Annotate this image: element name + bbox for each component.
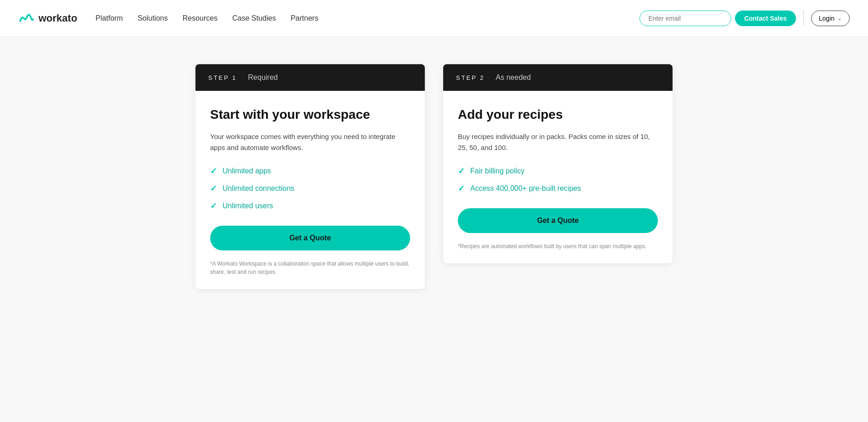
main-content: STEP 1 Required Start with your workspac… (0, 37, 868, 316)
check-icon: ✓ (210, 201, 217, 211)
step2-label: STEP 2 (456, 74, 485, 81)
card-step2-body: Add your recipes Buy recipes individuall… (443, 91, 673, 263)
logo-text: workato (39, 12, 77, 24)
feature-unlimited-users: ✓ Unlimited users (210, 201, 410, 211)
card-step2-description: Buy recipes individually or in packs. Pa… (458, 131, 658, 153)
email-input[interactable] (640, 11, 731, 26)
card-step1: STEP 1 Required Start with your workspac… (195, 64, 425, 289)
navbar: workato Platform Solutions Resources Cas… (0, 0, 868, 37)
check-icon: ✓ (458, 166, 465, 176)
card-step2-header: STEP 2 As needed (443, 64, 673, 91)
feature-unlimited-connections: ✓ Unlimited connections (210, 183, 410, 194)
check-icon: ✓ (458, 183, 465, 194)
card-step2-footnote: *Recipes are automated workflows built b… (458, 242, 658, 250)
step2-sublabel: As needed (496, 73, 531, 82)
get-quote-button-step2[interactable]: Get a Quote (458, 208, 658, 233)
logo[interactable]: workato (18, 12, 77, 24)
card-step2-features: ✓ Fair billing policy ✓ Access 400,000+ … (458, 166, 658, 194)
login-button[interactable]: Login ⌄ (811, 11, 850, 26)
card-step1-header: STEP 1 Required (195, 64, 425, 91)
get-quote-button-step1[interactable]: Get a Quote (210, 226, 410, 250)
card-step1-body: Start with your workspace Your workspace… (195, 91, 425, 289)
check-icon: ✓ (210, 166, 217, 176)
card-step1-footnote: *A Workato Workspace is a collaboration … (210, 260, 410, 276)
feature-fair-billing: ✓ Fair billing policy (458, 166, 658, 176)
step1-sublabel: Required (248, 73, 278, 82)
feature-unlimited-apps: ✓ Unlimited apps (210, 166, 410, 176)
nav-item-solutions[interactable]: Solutions (138, 14, 168, 22)
nav-item-case-studies[interactable]: Case Studies (232, 14, 276, 22)
step1-label: STEP 1 (208, 74, 237, 81)
card-step2-title: Add your recipes (458, 107, 658, 122)
feature-prebuilt-recipes: ✓ Access 400,000+ pre-built recipes (458, 183, 658, 194)
card-step1-title: Start with your workspace (210, 107, 410, 122)
logo-icon (18, 13, 35, 24)
nav-item-partners[interactable]: Partners (290, 14, 318, 22)
nav-item-platform[interactable]: Platform (95, 14, 123, 22)
chevron-down-icon: ⌄ (837, 15, 842, 22)
nav-item-resources[interactable]: Resources (183, 14, 217, 22)
nav-links: Platform Solutions Resources Case Studie… (95, 14, 621, 22)
card-step1-description: Your workspace comes with everything you… (210, 131, 410, 153)
nav-divider (803, 10, 804, 27)
contact-sales-button[interactable]: Contact Sales (735, 11, 796, 26)
card-step1-features: ✓ Unlimited apps ✓ Unlimited connections… (210, 166, 410, 211)
check-icon: ✓ (210, 183, 217, 194)
card-step2: STEP 2 As needed Add your recipes Buy re… (443, 64, 673, 263)
nav-right: Contact Sales Login ⌄ (640, 10, 850, 27)
